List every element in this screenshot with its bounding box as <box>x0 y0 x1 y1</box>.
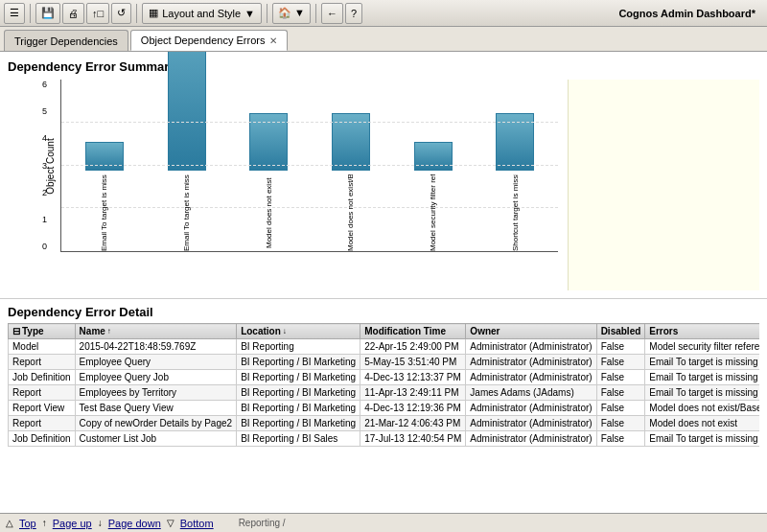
col-type[interactable]: ⊟Type <box>9 324 76 339</box>
bar-2-rect <box>168 52 206 171</box>
bar-4: Model does not exist/Base report/query d… <box>313 113 389 251</box>
tab-close-icon[interactable]: ✕ <box>269 35 277 46</box>
bar-6: Shortcut target is missing <box>476 113 553 251</box>
bar-5-rect <box>414 142 453 171</box>
bar-5-label: Model security filter references invalid… <box>429 174 437 251</box>
col-disabled-label: Disabled <box>601 326 641 336</box>
cell-5-6: Model does not exist <box>645 416 759 431</box>
table-row: ReportEmployees by TerritoryBI Reporting… <box>9 385 760 401</box>
cell-4-5: False <box>596 401 645 416</box>
tab-trigger-dependencies-label: Trigger Dependencies <box>14 35 118 47</box>
bottom-arrow-icon: ▽ <box>167 518 174 528</box>
col-location-sort-icon: ↓ <box>283 327 287 335</box>
cell-6-0: Job Definition <box>9 431 76 447</box>
bottom-link[interactable]: Bottom <box>180 518 214 529</box>
col-mod-time-label: Modification Time <box>364 326 446 336</box>
cell-2-6: Email To target is missing in schedule <box>645 370 759 385</box>
chevron-down-icon: ▼ <box>244 8 255 19</box>
cell-1-0: Report <box>9 355 76 370</box>
tabs-bar: Trigger Dependencies Object Dependency E… <box>0 27 767 52</box>
cell-0-1: 2015-04-22T18:48:59.769Z <box>75 339 237 355</box>
bar-2-label: Email To target is missing in schedule <box>182 174 191 251</box>
col-mod-time[interactable]: Modification Time <box>360 324 466 339</box>
tab-trigger-dependencies[interactable]: Trigger Dependencies <box>4 30 128 51</box>
cell-0-0: Model <box>9 339 76 355</box>
col-type-icon: ⊟ <box>12 326 20 336</box>
table-row: Model2015-04-22T18:48:59.769ZBI Reportin… <box>9 339 760 355</box>
cell-2-5: False <box>596 370 645 385</box>
bar-3-rect <box>249 113 288 171</box>
cell-1-1: Employee Query <box>75 355 237 370</box>
bar-1-rect <box>85 142 124 171</box>
y-tick-5: 5 <box>42 106 47 116</box>
bar-3: Model does not exist <box>230 113 307 251</box>
page-up-link[interactable]: Page up <box>53 518 92 529</box>
back-btn[interactable]: ← <box>321 3 343 24</box>
cell-6-2: BI Reporting / BI Sales <box>237 431 360 447</box>
col-location-label: Location <box>241 326 281 336</box>
col-owner[interactable]: Owner <box>466 324 596 339</box>
sep1 <box>30 4 31 23</box>
cell-3-2: BI Reporting / BI Marketing <box>237 385 360 401</box>
top-arrow-icon: △ <box>6 518 13 528</box>
bottom-bar: △ Top ↑ Page up ↓ Page down ▽ Bottom Rep… <box>0 513 767 532</box>
sep2 <box>136 4 137 23</box>
cell-1-4: Administrator (Administrator) <box>466 355 596 370</box>
y-tick-2: 2 <box>42 188 47 197</box>
cell-4-3: 4-Dec-13 12:19:36 PM <box>360 401 466 416</box>
y-tick-3: 3 <box>42 161 47 171</box>
cell-5-2: BI Reporting / BI Marketing <box>237 416 360 431</box>
detail-section: Dependency Error Detail ⊟Type Name↑ L <box>0 299 767 452</box>
cell-5-5: False <box>596 416 645 431</box>
cell-2-3: 4-Dec-13 12:13:37 PM <box>360 370 466 385</box>
col-location[interactable]: Location↓ <box>237 324 360 339</box>
bar-4-label: Model does not exist/Base report/query d… <box>346 174 355 251</box>
cell-2-1: Employee Query Job <box>75 370 237 385</box>
table-wrapper: ⊟Type Name↑ Location↓ Modification Time … <box>8 323 759 447</box>
top-link[interactable]: Top <box>19 518 36 529</box>
bar-1-label: Email To target is missing in schedule <box>100 174 108 251</box>
refresh-btn[interactable]: ↺ <box>111 3 131 24</box>
cell-6-4: Administrator (Administrator) <box>466 431 596 447</box>
layout-style-dropdown[interactable]: ▦ Layout and Style ▼ <box>142 3 262 24</box>
toolbar: ☰ 💾 🖨 ↑□ ↺ ▦ Layout and Style ▼ 🏠 ▼ ← ? … <box>0 0 767 27</box>
chart-section-title: Dependency Error Summary <box>8 59 759 74</box>
cell-1-2: BI Reporting / BI Marketing <box>237 355 360 370</box>
cell-5-4: Administrator (Administrator) <box>466 416 596 431</box>
cell-4-4: Administrator (Administrator) <box>466 401 596 416</box>
col-name[interactable]: Name↑ <box>75 324 237 339</box>
cell-5-3: 21-Mar-12 4:06:43 PM <box>360 416 466 431</box>
bar-3-label: Model does not exist <box>265 174 273 251</box>
share-btn[interactable]: ↑□ <box>86 3 109 24</box>
scroll-area[interactable]: Dependency Error Summary Object Count 0 <box>0 52 767 513</box>
y-tick-0: 0 <box>42 242 47 251</box>
table-row: Job DefinitionEmployee Query JobBI Repor… <box>9 370 760 385</box>
chart-container: Object Count 0 1 2 3 4 5 <box>17 80 558 290</box>
cell-4-6: Model does not exist/Base report/query d… <box>645 401 759 416</box>
page-down-link[interactable]: Page down <box>108 518 161 529</box>
table-row: Job DefinitionCustomer List JobBI Report… <box>9 431 760 447</box>
col-errors[interactable]: Errors <box>645 324 759 339</box>
table-row: ReportEmployee QueryBI Reporting / BI Ma… <box>9 355 760 370</box>
bar-1: Email To target is missing in schedule <box>66 142 143 251</box>
bar-4-rect <box>332 113 370 171</box>
tab-object-dependency-errors-label: Object Dependency Errors <box>141 35 266 46</box>
col-name-label: Name <box>80 326 105 336</box>
bar-2: Email To target is missing in schedule <box>149 52 225 251</box>
cell-3-3: 11-Apr-13 2:49:11 PM <box>360 385 466 401</box>
save-btn[interactable]: 💾 <box>35 3 60 24</box>
help-btn[interactable]: ? <box>345 3 362 24</box>
print-btn[interactable]: 🖨 <box>62 3 84 24</box>
cell-4-2: BI Reporting / BI Marketing <box>237 401 360 416</box>
cell-6-6: Email To target is missing in schedule <box>645 431 759 447</box>
cell-4-0: Report View <box>9 401 76 416</box>
cell-3-5: False <box>596 385 645 401</box>
right-panel <box>568 80 759 290</box>
cell-3-4: James Adams (JAdams) <box>466 385 596 401</box>
tab-object-dependency-errors[interactable]: Object Dependency Errors ✕ <box>130 30 289 51</box>
cell-6-3: 17-Jul-13 12:40:54 PM <box>360 431 466 447</box>
home-btn[interactable]: 🏠 ▼ <box>272 3 311 24</box>
menu-btn[interactable]: ☰ <box>4 3 25 24</box>
col-disabled[interactable]: Disabled <box>596 324 645 339</box>
bar-6-rect <box>496 113 534 171</box>
